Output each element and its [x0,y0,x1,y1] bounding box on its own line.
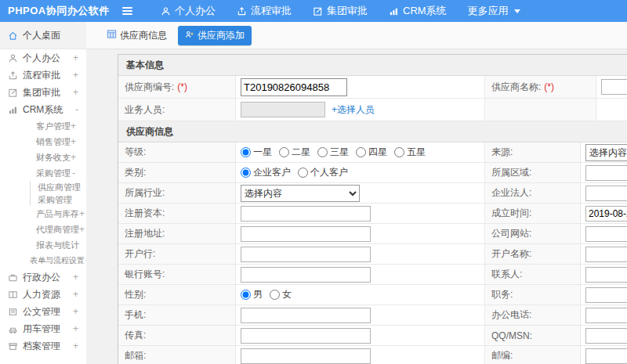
legal-person-input[interactable] [585,186,627,201]
registered-address-input[interactable] [241,226,371,242]
industry-select[interactable]: 选择内容 [241,185,360,202]
sidebar-item-personal-office[interactable]: 个人办公 + [0,49,86,67]
expand-icon[interactable]: + [79,208,85,219]
level-radio [394,147,404,157]
sidebar-item-agent-mgmt[interactable]: 代理商管理 + [0,222,86,237]
field-label: 成立时间: [491,207,531,220]
tab-supplier-add[interactable]: 供应商添加 [178,26,252,45]
sidebar: 个人桌面 个人办公 + 流程审批 + 集团审批 + CRM系统 - 客户管理 +… [0,22,87,364]
home-icon [8,31,18,41]
sidebar-item-finance[interactable]: 财务收支 + [0,150,86,165]
registered-capital-input[interactable] [241,206,371,222]
expand-icon[interactable]: + [73,323,78,334]
archive-icon [8,341,18,351]
choose-staff-link[interactable]: +选择人员 [332,103,375,117]
expand-icon[interactable]: + [71,152,76,163]
field-label: 联系人: [491,268,522,281]
expand-icon[interactable]: + [73,306,78,317]
bank-input[interactable] [241,247,371,262]
nav-personal-office[interactable]: 个人办公 [161,4,216,18]
edit-icon [313,6,323,16]
tab-supplier-info[interactable]: 供应商信息 [103,27,170,45]
sidebar-item-form-flow-settings[interactable]: 表单与流程设置 + [0,253,86,268]
expand-icon[interactable]: + [71,121,76,132]
level-radio-group: 一星 二星 三星 四星 五星 [236,142,485,162]
expand-icon[interactable]: + [73,272,78,283]
add-supplier-icon [185,30,194,41]
expand-icon[interactable]: + [73,70,78,81]
nav-crm-system[interactable]: CRM系统 [389,4,447,18]
field-label: 公司网站: [491,227,531,240]
collapse-icon[interactable]: - [72,168,75,178]
sidebar-item-workflow-approval[interactable]: 流程审批 + [0,67,86,84]
sidebar-item-products-inventory[interactable]: 产品与库存 + [0,206,86,222]
sidebar-item-vehicle-mgmt[interactable]: 用车管理 + [0,320,86,337]
field-label: 企业法人: [491,186,531,200]
fax-input[interactable] [241,328,371,344]
expand-icon[interactable]: + [73,87,78,98]
qq-msn-input[interactable] [585,328,627,344]
founded-date-input[interactable] [585,206,627,222]
level-radio [279,147,289,157]
nav-workflow-approval[interactable]: 流程审批 [237,4,292,18]
sidebar-item-archive-mgmt[interactable]: 档案管理 + [0,337,86,355]
book-icon [8,290,18,300]
level-radio [241,147,251,157]
sidebar-item-purchase[interactable]: 采购管理 [31,193,86,206]
expand-icon[interactable]: + [73,52,78,63]
nav-group-approval[interactable]: 集团审批 [313,4,368,18]
expand-icon[interactable]: + [79,224,85,235]
website-input[interactable] [585,226,627,242]
sidebar-item-crm-system[interactable]: CRM系统 - [0,101,86,118]
gender-radio [270,290,280,300]
sidebar-item-purchase-mgmt[interactable]: 采购管理 - [0,165,86,181]
form-row: 开户行: 开户名称: [118,244,627,265]
field-label: 所属区域: [491,166,531,179]
level-radio [356,147,366,157]
sidebar-item-admin-office[interactable]: 行政办公 + [0,268,86,286]
sidebar-item-customer-mgmt[interactable]: 客户管理 + [0,118,86,134]
basic-info-section: 基本信息 供应商编号:(*) 供应商名称:(*) 业务人员: +选择人员 [118,55,627,121]
user-icon [161,6,171,16]
field-label: 开户行: [125,247,155,261]
sidebar-item-reports-stats[interactable]: 报表与统计 [0,237,86,253]
staff-input[interactable] [241,102,325,117]
sidebar-item-sales-mgmt[interactable]: 销售管理 + [0,134,86,150]
office-phone-input[interactable] [585,308,627,323]
sidebar-item-supplier-mgmt[interactable]: 供应商管理 [31,181,86,193]
category-radio-group: 企业客户 个人客户 [236,163,485,182]
field-label: 传真: [125,329,146,342]
flow-icon [8,70,18,81]
caret-down-icon [514,9,520,13]
field-label: 邮箱: [125,349,146,362]
sidebar-item-document-mgmt[interactable]: 公文管理 + [0,303,86,320]
field-label: 办公电话: [491,308,531,322]
region-input[interactable] [585,165,627,181]
form-row: 业务人员: +选择人员 [118,99,627,121]
nav-more-apps[interactable]: 更多应用 [468,4,520,18]
expand-icon[interactable]: + [71,136,76,147]
mobile-input[interactable] [241,308,371,323]
hamburger-icon[interactable] [119,4,136,18]
supplier-name-input[interactable] [601,79,627,95]
supplier-code-input[interactable] [241,78,347,96]
section-title: 供应商信息 [118,121,627,142]
zip-input[interactable] [585,348,627,364]
expand-icon[interactable]: + [73,341,78,351]
job-title-input[interactable] [585,287,627,303]
briefcase-icon [8,272,18,283]
sidebar-item-hr[interactable]: 人力资源 + [0,286,86,303]
bank-account-input[interactable] [241,267,371,283]
email-input[interactable] [241,348,371,364]
contact-input[interactable] [585,267,627,283]
expand-icon[interactable]: + [73,289,78,300]
sidebar-item-personal-desktop[interactable]: 个人桌面 [0,22,86,49]
table-icon [107,29,117,41]
source-select[interactable]: 选择内容 [585,144,627,161]
collapse-icon[interactable]: - [75,104,78,115]
sidebar-item-group-approval[interactable]: 集团审批 + [0,84,86,101]
form-row: 邮箱: 邮编: [118,346,627,364]
required-mark: (*) [544,81,554,92]
account-name-input[interactable] [585,247,627,262]
level-radio [317,147,328,157]
